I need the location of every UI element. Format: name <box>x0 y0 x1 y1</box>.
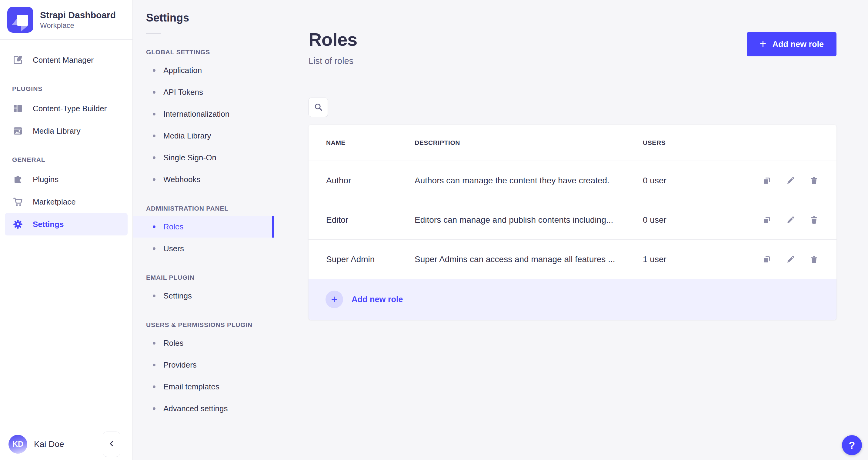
sidebar-item-settings-active[interactable]: Settings <box>5 213 128 236</box>
bullet-icon <box>153 407 155 410</box>
user-name[interactable]: Kai Doe <box>34 439 64 449</box>
workspace-switcher[interactable]: Strapi Dashboard Workplace <box>0 0 132 40</box>
column-header-name: NAME <box>326 139 414 146</box>
role-description: Editors can manage and publish contents … <box>414 215 643 225</box>
sidebar-item-content-type-builder[interactable]: Content-Type Builder <box>5 97 128 120</box>
subnav-item-label: Webhooks <box>163 175 200 184</box>
bullet-icon <box>153 134 155 137</box>
role-users-count: 0 user <box>643 176 728 185</box>
add-new-role-button-label: Add new role <box>772 40 824 49</box>
collapse-sidebar-button[interactable] <box>103 431 120 457</box>
sidebar-item-media-library[interactable]: Media Library <box>5 120 128 142</box>
main-sidebar: Strapi Dashboard Workplace Content Manag… <box>0 0 133 460</box>
strapi-logo-icon <box>7 7 33 33</box>
subnav-item-label: Settings <box>163 291 192 301</box>
section-title: GLOBAL SETTINGS <box>146 49 274 56</box>
sidebar-item-content-manager[interactable]: Content Manager <box>5 49 128 71</box>
subnav-item-webhooks[interactable]: Webhooks <box>133 168 274 190</box>
subnav-item-label: Roles <box>163 222 183 232</box>
bullet-icon <box>153 91 155 94</box>
subnav-item-media-library[interactable]: Media Library <box>133 125 274 147</box>
section-title: GENERAL <box>12 156 128 163</box>
bullet-icon <box>153 386 155 388</box>
duplicate-role-button[interactable] <box>762 215 772 225</box>
edit-role-button[interactable] <box>785 176 795 185</box>
sidebar-section-general: GENERAL Plugins <box>5 156 128 236</box>
table-row-author[interactable]: Author Authors can manage the content th… <box>309 161 836 200</box>
help-button[interactable]: ? <box>842 435 862 455</box>
page-subtitle: List of roles <box>309 56 836 66</box>
duplicate-role-button[interactable] <box>762 254 772 264</box>
sidebar-item-plugins[interactable]: Plugins <box>5 168 128 191</box>
subnav-item-application[interactable]: Application <box>133 59 274 81</box>
edit-role-button[interactable] <box>785 254 795 264</box>
duplicate-role-button[interactable] <box>762 176 772 185</box>
brand-text: Strapi Dashboard Workplace <box>40 9 116 30</box>
bullet-icon <box>153 225 155 228</box>
plus-icon: + <box>760 38 766 50</box>
edit-role-button[interactable] <box>785 215 795 225</box>
column-header-users: USERS <box>643 139 728 146</box>
subnav-divider <box>146 33 161 34</box>
subnav-item-roles-active[interactable]: Roles <box>133 216 274 238</box>
subnav-title: Settings <box>146 11 274 24</box>
sidebar-footer: KD Kai Doe <box>0 428 132 460</box>
row-actions <box>728 215 819 225</box>
subnav-item-up-roles[interactable]: Roles <box>133 332 274 354</box>
subnav-item-label: Email templates <box>163 382 219 392</box>
subnav-item-advanced-settings[interactable]: Advanced settings <box>133 398 274 420</box>
table-row-editor[interactable]: Editor Editors can manage and publish co… <box>309 200 836 240</box>
bullet-icon <box>153 178 155 181</box>
section-title: EMAIL PLUGIN <box>146 274 274 281</box>
row-actions <box>728 254 819 264</box>
table-row-super-admin[interactable]: Super Admin Super Admins can access and … <box>309 240 836 279</box>
delete-role-button[interactable] <box>809 176 819 185</box>
subnav-item-email-settings[interactable]: Settings <box>133 285 274 307</box>
table-header-row: NAME DESCRIPTION USERS <box>309 125 836 161</box>
roles-table-card: NAME DESCRIPTION USERS Author Authors ca… <box>309 125 836 320</box>
settings-subnav: Settings GLOBAL SETTINGS Application API… <box>133 0 274 460</box>
picture-icon <box>12 125 24 137</box>
chevron-left-icon <box>107 439 116 449</box>
plus-circle-icon: + <box>326 290 343 308</box>
add-new-role-button[interactable]: + Add new role <box>747 32 836 56</box>
workspace-title: Strapi Dashboard <box>40 9 116 21</box>
delete-role-button[interactable] <box>809 254 819 264</box>
subnav-item-users[interactable]: Users <box>133 238 274 259</box>
footer-add-label: Add new role <box>351 295 403 304</box>
subnav-item-label: Roles <box>163 338 183 348</box>
bullet-icon <box>153 364 155 366</box>
bullet-icon <box>153 247 155 250</box>
search-button[interactable] <box>309 98 328 117</box>
subnav-item-label: Internationalization <box>163 110 229 119</box>
subnav-item-label: Users <box>163 244 184 253</box>
bullet-icon <box>153 342 155 344</box>
sidebar-item-label: Content-Type Builder <box>33 104 107 113</box>
sidebar-item-marketplace[interactable]: Marketplace <box>5 191 128 213</box>
subnav-item-label: Application <box>163 66 202 75</box>
role-description: Authors can manage the content they have… <box>414 176 643 185</box>
subnav-item-label: Single Sign-On <box>163 153 216 162</box>
role-name: Author <box>326 176 414 185</box>
sidebar-item-label: Media Library <box>33 126 81 136</box>
sidebar-nav: Content Manager PLUGINS Content-Type Bui… <box>0 40 132 428</box>
main-content: Roles List of roles + Add new role NAME … <box>274 0 868 460</box>
bullet-icon <box>153 156 155 159</box>
bullet-icon <box>153 69 155 72</box>
user-avatar[interactable]: KD <box>8 435 27 454</box>
subnav-item-single-sign-on[interactable]: Single Sign-On <box>133 147 274 168</box>
subnav-item-api-tokens[interactable]: API Tokens <box>133 81 274 103</box>
subnav-item-providers[interactable]: Providers <box>133 354 274 376</box>
delete-role-button[interactable] <box>809 215 819 225</box>
section-title: USERS & PERMISSIONS PLUGIN <box>146 321 274 329</box>
sidebar-item-label: Settings <box>33 220 64 229</box>
sidebar-section-plugins: PLUGINS Content-Type Builder <box>5 85 128 142</box>
subnav-item-email-templates[interactable]: Email templates <box>133 376 274 398</box>
table-footer-add-new-role[interactable]: + Add new role <box>309 279 836 320</box>
gear-icon <box>12 218 24 230</box>
role-users-count: 1 user <box>643 254 728 264</box>
section-title: PLUGINS <box>12 85 128 92</box>
role-description: Super Admins can access and manage all f… <box>414 254 643 264</box>
subnav-item-internationalization[interactable]: Internationalization <box>133 103 274 125</box>
feather-pen-icon <box>12 54 24 66</box>
